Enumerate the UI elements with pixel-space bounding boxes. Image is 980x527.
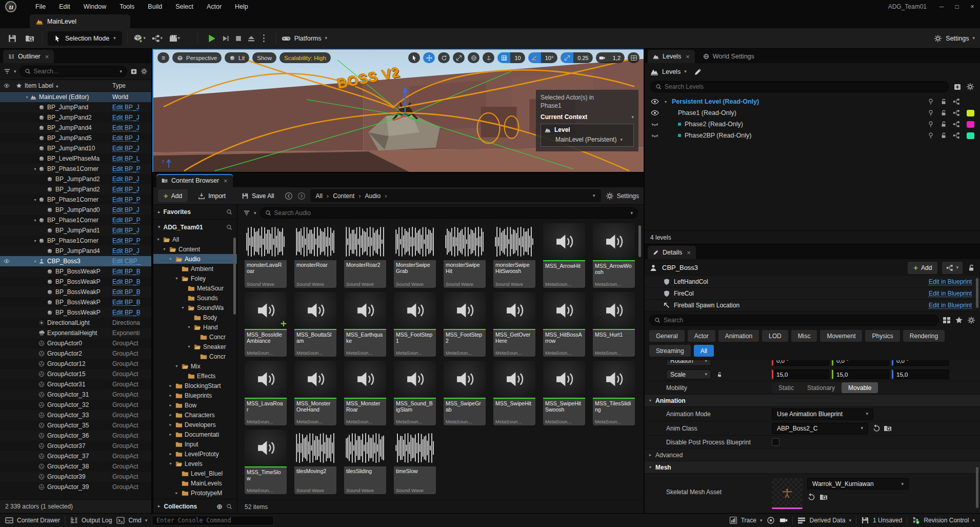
close-button[interactable]: × — [965, 0, 980, 13]
scale-mode-dropdown[interactable]: Scale▾ — [666, 369, 711, 379]
blueprint-icon[interactable] — [953, 132, 960, 139]
import-button[interactable]: Import — [192, 189, 231, 202]
section-advanced[interactable]: ▸ Advanced — [645, 449, 980, 461]
type-column-header[interactable]: Type — [112, 82, 151, 89]
folder-row-sneaker[interactable]: ▾Sneaker — [153, 342, 237, 352]
add-actor-button[interactable]: ▾ — [133, 31, 147, 46]
level-row-phase2bp[interactable]: Phase2BP (Read-Only) — [645, 130, 980, 141]
asset-tile-tilessliding[interactable]: tilesSlidingSound Wave — [344, 430, 386, 494]
folder-row-mix[interactable]: ▾Mix — [153, 361, 237, 371]
quad-view-button[interactable] — [628, 52, 639, 63]
blueprint-icon[interactable] — [953, 98, 960, 105]
outliner-row[interactable]: BP_JumpPand2Edit BP_J — [0, 174, 151, 184]
edit-blueprint-link[interactable]: Edit BP_J — [112, 186, 151, 193]
browse-icon[interactable] — [884, 424, 892, 433]
add-level-icon[interactable] — [953, 83, 962, 91]
forward-icon[interactable] — [297, 192, 306, 200]
outliner-row[interactable]: BP_BossWeakPEdit BP_B — [0, 266, 151, 277]
project-root[interactable]: ▾ ADG_Team01 — [153, 220, 237, 235]
edit-blueprint-link[interactable]: Edit BP_J — [112, 227, 151, 234]
asset-tile-tilesmoving2[interactable]: tilesMoving2Sound Wave — [294, 430, 336, 494]
details-settings-icon[interactable] — [967, 316, 975, 324]
outliner-row[interactable]: GroupActor37GroupAct — [0, 441, 151, 451]
component-row-lefthandcol[interactable]: LeftHandColEdit in Blueprint — [645, 276, 980, 288]
filter-chip-lod[interactable]: LOD — [762, 330, 788, 342]
camera-speed-control[interactable]: 1,2 — [596, 52, 625, 63]
outliner-row[interactable]: BP_JumpPand4Edit BP_J — [0, 246, 151, 256]
asset-tile-mss_monsterroar[interactable]: MSS_MonsterRoarMetaSoun... — [344, 361, 386, 425]
tab-details[interactable]: Details × — [648, 246, 696, 259]
tab-main-level[interactable]: MainLevel — [30, 14, 130, 28]
level-color-chip[interactable] — [967, 121, 974, 128]
filter-chip-animation[interactable]: Animation — [718, 330, 759, 342]
folder-row-developers[interactable]: ▸Developers — [153, 420, 237, 430]
chevron-down-icon[interactable]: ▾ — [630, 211, 633, 216]
open-content-button[interactable] — [23, 31, 37, 46]
lighting-scenario-icon[interactable] — [927, 98, 934, 105]
outliner-row[interactable]: GroupActor_36GroupAct — [0, 431, 151, 441]
viewport-menu-button[interactable]: ≡ — [157, 52, 169, 63]
trace-button[interactable]: Trace ▾ — [729, 516, 763, 524]
derived-data-button[interactable]: Derived Data ▾ — [797, 516, 851, 524]
collapse-arrow-icon[interactable]: ▾ — [180, 305, 186, 310]
scale-snap-value[interactable]: 0.25 — [573, 52, 592, 63]
levels-settings-icon[interactable] — [966, 83, 974, 91]
collapse-arrow-icon[interactable]: ▾ — [662, 100, 669, 104]
folder-row-bow[interactable]: ▸Bow — [153, 400, 237, 410]
animation-mode-dropdown[interactable]: Use Animation Blueprint▾ — [772, 408, 873, 420]
folder-row-blueprints[interactable]: ▸Blueprints — [153, 391, 237, 400]
blueprint-edit-button[interactable]: ▾ — [942, 262, 963, 274]
back-icon[interactable] — [285, 192, 293, 200]
select-tool-button[interactable] — [408, 52, 420, 63]
folder-row-effects[interactable]: Effects — [153, 371, 237, 381]
edit-blueprint-link[interactable]: Edit BP_J — [112, 145, 151, 152]
edit-blueprint-link[interactable]: Edit BP_J — [112, 175, 151, 183]
outliner-row[interactable]: GroupActor_35GroupAct — [0, 420, 151, 431]
asset-tile-mss_bouttaslam[interactable]: MSS_BouttaSlamMetaSoun... — [294, 292, 336, 357]
menu-item-tools[interactable]: Tools — [113, 0, 141, 13]
outliner-row[interactable]: BP_JumpPand5Edit BP_J — [0, 133, 151, 143]
grid-snap-value[interactable]: 10 — [510, 52, 525, 63]
collapse-arrow-icon[interactable]: ▾ — [174, 364, 179, 368]
expand-arrow-icon[interactable]: ▸ — [168, 452, 173, 456]
asset-tile-mss_lavaroar[interactable]: MSS_LavaRoarMetaSoun... — [245, 361, 287, 425]
outliner-row[interactable]: BP_JumpPand2Edit BP_J — [0, 112, 151, 123]
eye-closed-icon[interactable] — [650, 120, 659, 128]
skeletal-mesh-dropdown[interactable]: Warrok_W_Kurniawan▾ — [807, 478, 909, 490]
folder-row-body[interactable]: Body — [153, 313, 237, 322]
level-row-phase1[interactable]: Phase1 (Read-Only) — [645, 107, 980, 119]
folder-row-ambient[interactable]: Ambient — [153, 264, 237, 274]
outliner-row[interactable]: GroupActor0GroupAct — [0, 338, 151, 348]
edit-blueprint-link[interactable]: Edit BP_P — [112, 165, 151, 172]
asset-search[interactable]: ▾ — [260, 207, 638, 219]
rotation-snap-control[interactable]: 10° — [528, 52, 558, 63]
section-mesh[interactable]: ▾ Mesh — [645, 461, 980, 474]
folder-row-characters[interactable]: ▸Characters — [153, 410, 237, 420]
levels-search[interactable] — [650, 81, 949, 92]
minimize-button[interactable]: ─ — [934, 0, 949, 13]
add-component-button[interactable]: +Add — [908, 262, 937, 274]
folder-row-level_bluel[interactable]: Level_Bluel — [153, 469, 237, 478]
folder-row-audio[interactable]: ▾Audio — [153, 254, 237, 264]
outliner-row[interactable]: BP_BossWeakPEdit BP_B — [0, 307, 151, 318]
vector-field[interactable]: 15,0 — [832, 369, 889, 379]
menu-item-actor[interactable]: Actor — [200, 0, 228, 13]
filter-icon[interactable] — [4, 68, 11, 75]
asset-tile-mss_footstep1[interactable]: MSS_FootStep1MetaSoun... — [394, 292, 436, 357]
outliner-row[interactable]: DirectionalLightDirectiona — [0, 318, 151, 328]
outliner-row[interactable]: BP_LevelPhaseMaEdit BP_L — [0, 153, 151, 164]
menu-item-edit[interactable]: Edit — [52, 0, 77, 13]
outliner-row[interactable]: BP_BossWeakPEdit BP_B — [0, 287, 151, 297]
asset-tile-monsterswipegrab[interactable]: MonsterSwipeGrabSound Wave — [394, 223, 436, 288]
folder-row-documentati[interactable]: ▸Documentati — [153, 430, 237, 439]
outliner-row[interactable]: ▾CBP_Boss3Edit CBP_ — [0, 256, 151, 266]
component-row-fireball-spawn-location[interactable]: Fireball Spawn LocationEdit in Blueprint — [645, 300, 980, 311]
settings-button[interactable]: Settings ▾ — [934, 34, 975, 43]
frame-skip-icon[interactable] — [222, 34, 230, 43]
use-selected-icon[interactable] — [807, 493, 815, 501]
section-animation[interactable]: ▾ Animation — [645, 395, 980, 407]
asset-tile-mss_timeslow[interactable]: MSS_TimeSlowMetaSoun... — [245, 430, 287, 494]
outliner-row[interactable]: BP_JumpPand1Edit BP_J — [0, 225, 151, 236]
edit-blueprint-link[interactable]: Edit BP_L — [112, 155, 151, 162]
collections-section[interactable]: ▸ Collections ⊕ — [153, 499, 237, 513]
